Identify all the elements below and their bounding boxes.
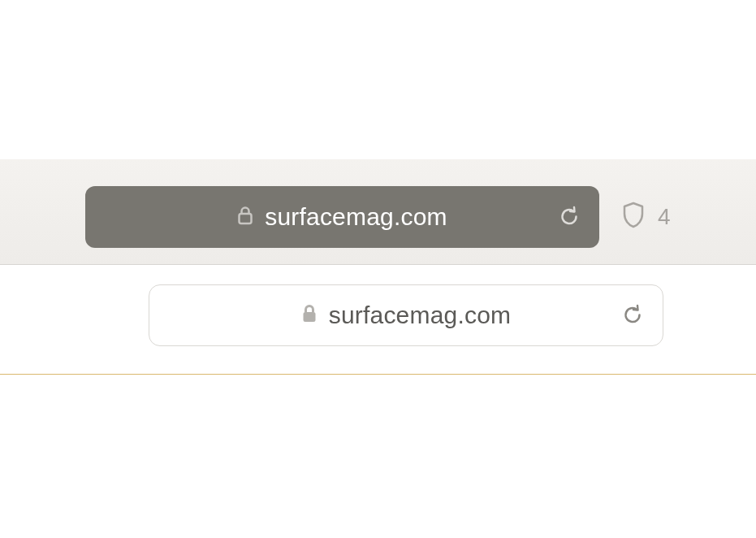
tracker-count: 4 — [658, 204, 671, 230]
lock-icon — [301, 304, 318, 327]
url-text: surfacemag.com — [329, 302, 512, 329]
address-bar-active[interactable]: surfacemag.com — [85, 186, 599, 248]
address-bar-content: surfacemag.com — [301, 302, 512, 329]
svg-rect-0 — [240, 214, 252, 223]
privacy-report[interactable]: 4 — [622, 202, 671, 232]
address-bar-inactive[interactable]: surfacemag.com — [149, 284, 663, 346]
svg-rect-1 — [303, 312, 315, 322]
divider-line — [0, 374, 756, 375]
reload-button[interactable] — [620, 303, 645, 328]
shield-icon — [622, 202, 645, 232]
lock-icon — [237, 206, 253, 228]
address-bar-content: surfacemag.com — [237, 203, 447, 231]
url-text: surfacemag.com — [265, 203, 447, 231]
reload-button[interactable] — [557, 205, 581, 229]
